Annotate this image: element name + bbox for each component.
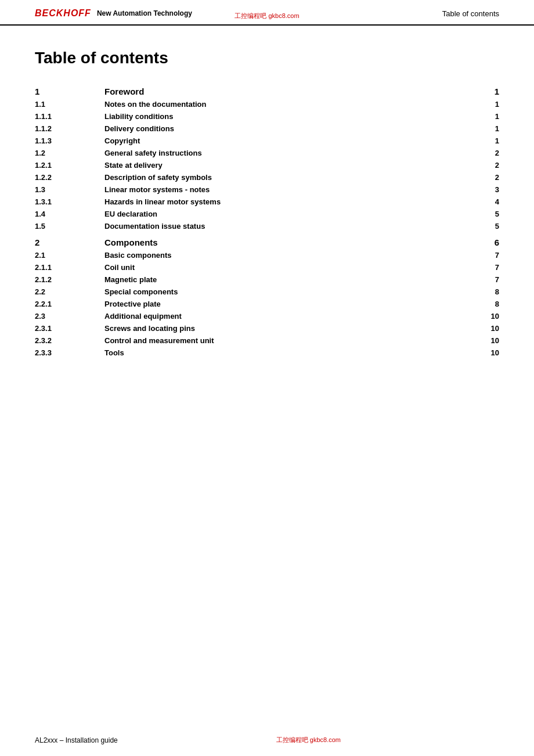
toc-num-1-3: 1.3 (35, 183, 104, 196)
toc-entry-2-3-1: 2.3.1 Screws and locating pins 10 (35, 322, 499, 334)
toc-title-1-3-1: Hazards in linear motor systems (104, 196, 472, 208)
toc-page-1-4: 5 (472, 208, 499, 220)
toc-entry-2: 2 Components 6 (35, 236, 499, 249)
toc-num-1-2-1: 1.2.1 (35, 159, 104, 171)
toc-page-1-1-2: 1 (472, 123, 499, 135)
toc-title-2-3-2: Control and measurement unit (104, 334, 472, 347)
toc-title-2-2-1: Protective plate (104, 298, 472, 310)
toc-entry-1-1-1: 1.1.1 Liability conditions 1 (35, 110, 499, 123)
toc-entry-1: 1 Foreword 1 (35, 85, 499, 98)
toc-entry-1-3-1: 1.3.1 Hazards in linear motor systems 4 (35, 196, 499, 208)
toc-title-1-3: Linear motor systems - notes (104, 183, 472, 196)
toc-num-2-3-3: 2.3.3 (35, 347, 104, 359)
toc-page-1-2-2: 2 (472, 171, 499, 183)
toc-entry-1-5: 1.5 Documentation issue status 5 (35, 220, 499, 232)
toc-entry-2-3-3: 2.3.3 Tools 10 (35, 347, 499, 359)
toc-page-1-1: 1 (472, 98, 499, 110)
toc-num-1-1-2: 1.1.2 (35, 123, 104, 135)
toc-title-1-1-2: Delivery conditions (104, 123, 472, 135)
toc-num-1-4: 1.4 (35, 208, 104, 220)
toc-entry-1-2-2: 1.2.2 Description of safety symbols 2 (35, 171, 499, 183)
toc-title-2-1-2: Magnetic plate (104, 273, 472, 286)
toc-page-2-2: 8 (472, 286, 499, 298)
toc-title-2-3-1: Screws and locating pins (104, 322, 472, 334)
toc-num-2-1-2: 2.1.2 (35, 273, 104, 286)
toc-entry-2-1-2: 2.1.2 Magnetic plate 7 (35, 273, 499, 286)
header-section-title: Table of contents (442, 9, 499, 18)
toc-num-2-3-2: 2.3.2 (35, 334, 104, 347)
toc-title-1-2-1: State at delivery (104, 159, 472, 171)
toc-page-1-2: 2 (472, 147, 499, 159)
toc-entry-1-4: 1.4 EU declaration 5 (35, 208, 499, 220)
toc-entry-2-3-2: 2.3.2 Control and measurement unit 10 (35, 334, 499, 347)
toc-page-2-2-1: 8 (472, 298, 499, 310)
toc-title-1-2-2: Description of safety symbols (104, 171, 472, 183)
toc-title-1-1: Notes on the documentation (104, 98, 472, 110)
toc-num-2-2: 2.2 (35, 286, 104, 298)
toc-title-1-1-1: Liability conditions (104, 110, 472, 123)
toc-entry-1-2-1: 1.2.1 State at delivery 2 (35, 159, 499, 171)
toc-title-2-3-3: Tools (104, 347, 472, 359)
toc-num-1-1-1: 1.1.1 (35, 110, 104, 123)
toc-page-2-3-3: 10 (472, 347, 499, 359)
toc-entry-1-3: 1.3 Linear motor systems - notes 3 (35, 183, 499, 196)
toc-entry-2-2: 2.2 Special components 8 (35, 286, 499, 298)
header-watermark: 工控编程吧 gkbc8.com (234, 12, 299, 20)
toc-num-2-3-1: 2.3.1 (35, 322, 104, 334)
toc-num-2-2-1: 2.2.1 (35, 298, 104, 310)
toc-page-2-1: 7 (472, 249, 499, 261)
toc-num-1-2: 1.2 (35, 147, 104, 159)
toc-page-2-3-2: 10 (472, 334, 499, 347)
toc-num-2-1-1: 2.1.1 (35, 261, 104, 273)
toc-entry-2-3: 2.3 Additional equipment 10 (35, 310, 499, 322)
toc-num-1-1: 1.1 (35, 98, 104, 110)
toc-entry-2-1: 2.1 Basic components 7 (35, 249, 499, 261)
toc-num-1-3-1: 1.3.1 (35, 196, 104, 208)
toc-page-1-5: 5 (472, 220, 499, 232)
toc-entry-1-1: 1.1 Notes on the documentation 1 (35, 98, 499, 110)
footer-watermark: 工控编程吧 gkbc8.com (276, 736, 341, 744)
toc-title-2-2: Special components (104, 286, 472, 298)
toc-table: 1 Foreword 1 1.1 Notes on the documentat… (35, 85, 499, 359)
toc-title-1-5: Documentation issue status (104, 220, 472, 232)
toc-page-2-1-1: 7 (472, 261, 499, 273)
toc-title-2: Components (104, 236, 472, 249)
main-content: Table of contents 1 Foreword 1 1.1 Notes… (0, 26, 534, 394)
toc-num-1-2-2: 1.2.2 (35, 171, 104, 183)
header-tagline: New Automation Technology (97, 9, 192, 17)
toc-title-1-2: General safety instructions (104, 147, 472, 159)
toc-entry-1-1-2: 1.1.2 Delivery conditions 1 (35, 123, 499, 135)
beckhoff-logo: BECKHOFF (35, 8, 91, 19)
toc-title-1-1-3: Copyright (104, 135, 472, 147)
header-left: BECKHOFF New Automation Technology (35, 8, 192, 19)
toc-num-2-3: 2.3 (35, 310, 104, 322)
toc-entry-2-1-1: 2.1.1 Coil unit 7 (35, 261, 499, 273)
toc-entry-1-2: 1.2 General safety instructions 2 (35, 147, 499, 159)
toc-page-1-1-3: 1 (472, 135, 499, 147)
toc-entry-1-1-3: 1.1.3 Copyright 1 (35, 135, 499, 147)
toc-title-2-1: Basic components (104, 249, 472, 261)
toc-page-1: 1 (472, 85, 499, 98)
toc-page-1-3-1: 4 (472, 196, 499, 208)
toc-page-1-2-1: 2 (472, 159, 499, 171)
toc-num-1-5: 1.5 (35, 220, 104, 232)
footer: AL2xxx – Installation guide 工控编程吧 gkbc8.… (35, 736, 499, 744)
toc-page-2: 6 (472, 236, 499, 249)
toc-num-2-1: 2.1 (35, 249, 104, 261)
toc-page-2-3-1: 10 (472, 322, 499, 334)
toc-num-1-1-3: 1.1.3 (35, 135, 104, 147)
toc-num-2: 2 (35, 236, 104, 249)
header: BECKHOFF New Automation Technology 工控编程吧… (0, 0, 534, 26)
toc-title-1: Foreword (104, 85, 472, 98)
toc-page-1-3: 3 (472, 183, 499, 196)
toc-page-2-1-2: 7 (472, 273, 499, 286)
toc-page-1-1-1: 1 (472, 110, 499, 123)
toc-entry-2-2-1: 2.2.1 Protective plate 8 (35, 298, 499, 310)
footer-left: AL2xxx – Installation guide (35, 736, 118, 744)
toc-title-2-1-1: Coil unit (104, 261, 472, 273)
toc-title-2-3: Additional equipment (104, 310, 472, 322)
toc-num-1: 1 (35, 85, 104, 98)
toc-title-1-4: EU declaration (104, 208, 472, 220)
toc-page-2-3: 10 (472, 310, 499, 322)
page-title: Table of contents (35, 49, 499, 67)
